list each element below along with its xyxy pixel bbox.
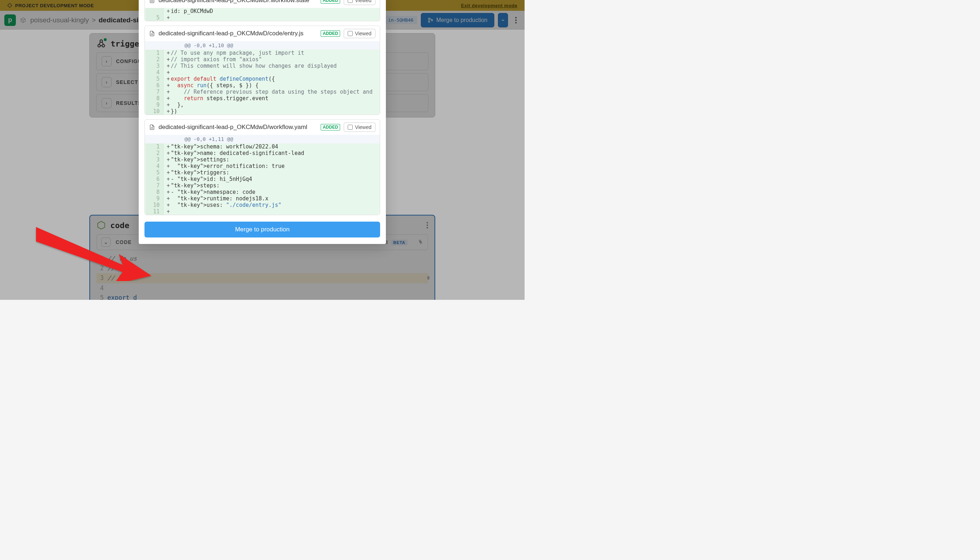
diff-line: 4+ "tk-key">error_notification: true xyxy=(145,163,380,169)
diff-line: 9+ }, xyxy=(145,102,380,108)
diff-line: 9+ "tk-key">runtime: nodejs18.x xyxy=(145,195,380,202)
file-block: dedicated-significant-lead-p_OKCMdwD/.wo… xyxy=(145,0,380,21)
diff-line: 7+ // Reference previous step data using… xyxy=(145,88,380,95)
file-name: dedicated-significant-lead-p_OKCMdwD/wor… xyxy=(158,123,317,131)
diff-line: 3+// This comment will show how changes … xyxy=(145,63,380,69)
viewed-checkbox[interactable] xyxy=(348,0,353,3)
file-block: dedicated-significant-lead-p_OKCMdwD/wor… xyxy=(145,119,380,215)
diff-line: +id: p_OKCMdwD xyxy=(145,8,380,14)
file-icon xyxy=(149,0,155,3)
diff-line: 5+ xyxy=(145,14,380,21)
diff-line: 3+"tk-key">settings: xyxy=(145,157,380,163)
file-name: dedicated-significant-lead-p_OKCMdwD/cod… xyxy=(158,30,317,37)
diff-line: 5+export default defineComponent({ xyxy=(145,76,380,82)
diff-line: 5+"tk-key">triggers: xyxy=(145,169,380,176)
diff-hunk-header: @@ -0,0 +1,10 @@ xyxy=(145,41,380,50)
file-icon xyxy=(149,124,155,130)
diff-hunk-header: @@ -0,0 +1,11 @@ xyxy=(145,135,380,143)
diff-line: 2+"tk-key">name: dedicated-significant-l… xyxy=(145,150,380,157)
file-name: dedicated-significant-lead-p_OKCMdwD/.wo… xyxy=(158,0,317,4)
diff-line: 4+ xyxy=(145,69,380,76)
diff-line: 11+ xyxy=(145,208,380,215)
added-badge: ADDED xyxy=(321,124,341,130)
diff-line: 2+// import axios from "axios" xyxy=(145,56,380,63)
diff-line: 1+"tk-key">schema: workflow/2022.04 xyxy=(145,143,380,150)
viewed-toggle[interactable]: Viewed xyxy=(344,123,375,132)
viewed-toggle[interactable]: Viewed xyxy=(344,0,375,5)
added-badge: ADDED xyxy=(321,0,341,3)
diff-line: 7+"tk-key">steps: xyxy=(145,182,380,189)
viewed-checkbox[interactable] xyxy=(348,31,353,36)
diff-line: 6+ async run({ steps, $ }) { xyxy=(145,82,380,88)
file-icon xyxy=(149,30,155,37)
added-badge: ADDED xyxy=(321,30,341,37)
diff-modal: dedicated-significant-lead-p_OKCMdwD/.wo… xyxy=(139,0,386,244)
diff-line: 1+// To use any npm package, just import… xyxy=(145,50,380,56)
diff-line: 8+- "tk-key">namespace: code xyxy=(145,189,380,195)
diff-line: 6+- "tk-key">id: hi_5nHjGq4 xyxy=(145,176,380,182)
viewed-toggle[interactable]: Viewed xyxy=(344,29,375,38)
modal-overlay[interactable]: dedicated-significant-lead-p_OKCMdwD/.wo… xyxy=(0,0,524,300)
modal-merge-button[interactable]: Merge to production xyxy=(145,222,380,237)
diff-line: 10+}) xyxy=(145,108,380,115)
viewed-checkbox[interactable] xyxy=(348,125,353,130)
file-block: dedicated-significant-lead-p_OKCMdwD/cod… xyxy=(145,26,380,115)
diff-line: 8+ return steps.trigger.event xyxy=(145,95,380,102)
diff-line: 10+ "tk-key">uses: "./code/entry.js" xyxy=(145,202,380,208)
